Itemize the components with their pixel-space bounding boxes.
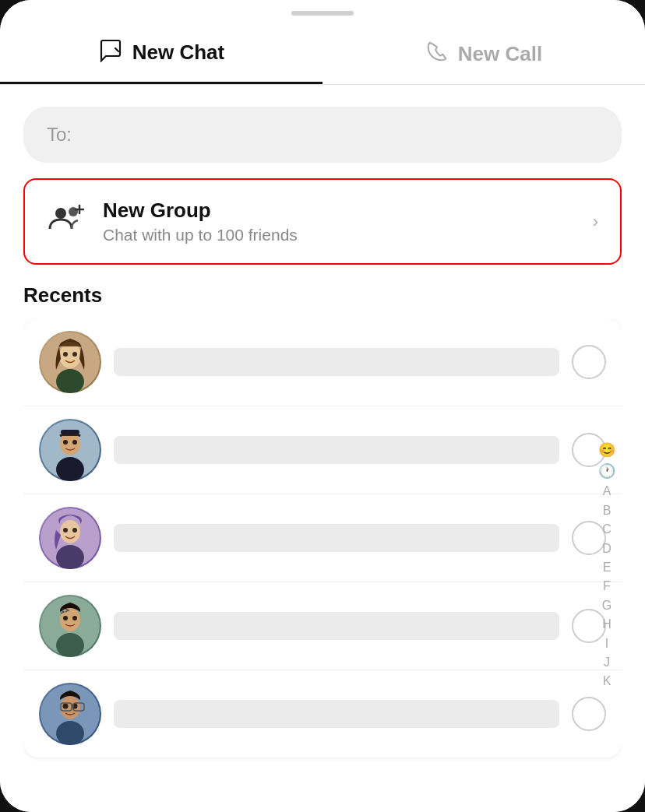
svg-point-22 [63, 616, 68, 620]
avatar [39, 595, 101, 657]
contact-name-blur [114, 700, 559, 728]
contact-row[interactable] [23, 406, 622, 494]
avatar [39, 331, 101, 393]
phone-container: New Chat New Call To: [0, 0, 645, 812]
avatar [39, 683, 101, 745]
contact-row[interactable] [23, 670, 622, 758]
svg-point-16 [60, 520, 80, 543]
svg-point-26 [60, 696, 80, 719]
alpha-b[interactable]: B [598, 501, 615, 518]
select-circle[interactable] [572, 345, 606, 379]
chevron-icon: › [593, 212, 598, 232]
contact-name-blur [114, 612, 559, 640]
svg-point-7 [72, 352, 77, 357]
drag-handle [0, 0, 645, 22]
tab-new-call-label: New Call [458, 42, 542, 66]
contact-row[interactable] [23, 494, 622, 582]
contact-name-blur [114, 524, 559, 552]
alpha-d[interactable]: D [598, 540, 615, 557]
svg-point-13 [56, 457, 84, 481]
svg-rect-14 [61, 430, 79, 434]
svg-point-12 [72, 440, 77, 445]
group-text: New Group Chat with up to 100 friends [103, 199, 577, 244]
svg-point-17 [63, 528, 68, 533]
alpha-recent-icon[interactable]: 🕐 [598, 462, 615, 481]
alpha-e[interactable]: E [598, 559, 615, 576]
svg-point-0 [55, 208, 66, 219]
svg-point-11 [63, 440, 68, 445]
svg-point-19 [56, 545, 84, 569]
contact-name-blur [114, 436, 559, 464]
new-group-card[interactable]: New Group Chat with up to 100 friends › [23, 178, 622, 265]
main-content: To: New Group Chat with up to 100 friend… [0, 85, 645, 812]
contact-name-blur [114, 348, 559, 376]
alpha-a[interactable]: A [598, 483, 615, 500]
svg-point-5 [59, 343, 81, 368]
group-icon [47, 201, 87, 242]
tab-new-call[interactable]: New Call [322, 22, 645, 84]
recents-label: Recents [23, 283, 622, 308]
tab-new-chat[interactable]: New Chat [0, 22, 322, 84]
alpha-emoji-icon[interactable]: 😊 [598, 441, 615, 460]
alpha-c[interactable]: C [598, 521, 615, 538]
to-label: To: [47, 124, 72, 145]
avatar [39, 419, 101, 481]
alpha-h[interactable]: H [598, 616, 615, 633]
contact-row[interactable] [23, 582, 622, 670]
svg-point-6 [63, 352, 68, 357]
alpha-g[interactable]: G [598, 596, 615, 613]
group-title: New Group [103, 199, 577, 223]
alpha-i[interactable]: I [598, 634, 615, 652]
svg-point-32 [56, 721, 84, 745]
contact-row[interactable] [23, 318, 622, 406]
tab-new-chat-label: New Chat [132, 40, 224, 65]
recents-list [23, 318, 622, 758]
group-subtitle: Chat with up to 100 friends [103, 226, 577, 244]
chat-icon [98, 37, 123, 68]
to-field[interactable]: To: [23, 107, 622, 163]
avatar [39, 507, 101, 569]
tab-bar: New Chat New Call [0, 22, 645, 85]
svg-point-8 [56, 369, 84, 393]
svg-point-24 [56, 633, 84, 657]
list-wrapper: 😊 🕐 A B C D E F G H I J K [23, 318, 622, 812]
select-circle[interactable] [572, 697, 606, 731]
drag-bar [291, 11, 354, 16]
svg-point-27 [63, 704, 69, 709]
phone-icon [425, 40, 449, 69]
svg-point-23 [72, 616, 77, 620]
alpha-k[interactable]: K [598, 673, 615, 690]
alpha-f[interactable]: F [598, 578, 615, 595]
alpha-j[interactable]: J [598, 654, 615, 671]
svg-point-18 [72, 528, 77, 533]
alphabet-index: 😊 🕐 A B C D E F G H I J K [592, 441, 622, 691]
